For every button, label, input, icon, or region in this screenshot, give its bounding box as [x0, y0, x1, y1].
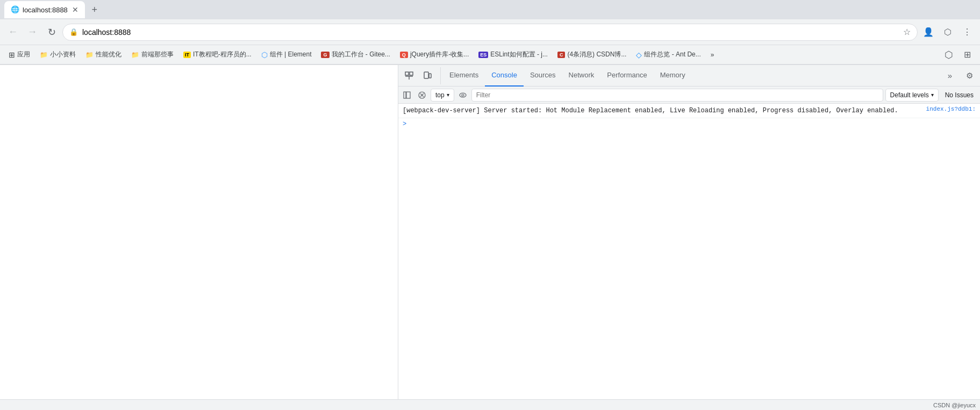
address-input[interactable]	[82, 28, 899, 37]
more-menu-button[interactable]: ⋮	[958, 24, 976, 41]
console-filter-input[interactable]	[471, 89, 883, 102]
tab-console[interactable]: Console	[485, 65, 524, 87]
site-favicon-9: ◇	[636, 51, 642, 59]
bookmark-item-6[interactable]: Q jQuery插件库-收集...	[396, 48, 473, 61]
bookmarks-apps[interactable]: ⊞ 应用	[4, 48, 34, 61]
site-favicon-5: G	[321, 52, 329, 58]
site-favicon-8: C	[557, 52, 566, 58]
svg-rect-5	[406, 92, 410, 98]
bookmarks-more[interactable]: »	[706, 49, 719, 61]
address-bar[interactable]: 🔒 ☆	[62, 24, 918, 41]
bookmark-label-2: 前端那些事	[141, 50, 174, 59]
bookmark-item-9[interactable]: ◇ 组件总览 - Ant De...	[632, 48, 705, 61]
bookmark-item-2[interactable]: 📁 前端那些事	[127, 48, 178, 61]
back-button[interactable]: ←	[4, 24, 22, 41]
console-toolbar: top ▾ Default levels ▾ No Issues	[398, 87, 980, 104]
bookmark-label-6: jQuery插件库-收集...	[410, 50, 469, 59]
star-icon[interactable]: ☆	[903, 27, 911, 37]
bookmark-item-5[interactable]: G 我的工作台 - Gitee...	[317, 48, 394, 61]
tab-title: localhost:8888	[23, 6, 68, 14]
bookmark-label-0: 小小资料	[50, 50, 76, 59]
bookmarks-bar: ⊞ 应用 📁 小小资料 📁 性能优化 📁 前端那些事 IT IT教程吧-程序员的…	[0, 45, 980, 64]
svg-rect-4	[404, 92, 406, 98]
page-content-area	[0, 65, 398, 410]
default-levels-dropdown[interactable]: Default levels ▾	[885, 89, 939, 102]
browser-toolbar: ← → ↻ 🔒 ☆ 👤 ⬡ ⋮	[0, 19, 980, 45]
site-favicon-4: ⬡	[261, 51, 268, 59]
no-issues-indicator: No Issues	[941, 89, 978, 102]
svg-point-7	[460, 93, 466, 97]
device-toolbar-button[interactable]	[419, 67, 436, 84]
issues-label: No Issues	[945, 91, 974, 99]
svg-point-8	[462, 94, 464, 96]
site-favicon-3: IT	[183, 52, 191, 58]
bookmark-label-4: 组件 | Element	[270, 50, 312, 59]
console-message-text-0: [webpack-dev-server] Server started: Hot…	[403, 106, 922, 116]
console-message-0: [webpack-dev-server] Server started: Hot…	[398, 104, 980, 118]
lock-icon: 🔒	[69, 28, 78, 36]
levels-label: Default levels	[890, 91, 929, 99]
console-output-area: [webpack-dev-server] Server started: Hot…	[398, 104, 980, 410]
status-text: CSDN @jieyucx	[933, 402, 976, 408]
site-favicon-6: Q	[400, 52, 408, 58]
folder-icon-1: 📁	[85, 51, 94, 59]
tab-favicon: 🌐	[11, 5, 19, 14]
bookmark-item-0[interactable]: 📁 小小资料	[35, 48, 80, 61]
bookmark-item-7[interactable]: ES ESLint如何配置 - j...	[474, 48, 552, 61]
extensions-button[interactable]: ⬡	[939, 24, 956, 41]
bookmark-item-8[interactable]: C (4条消息) CSDN博...	[553, 48, 631, 61]
console-message-source-0[interactable]: index.js?ddb1:	[926, 106, 976, 112]
devtools-settings-button[interactable]: ⚙	[961, 67, 978, 84]
browser-status-bar: CSDN @jieyucx	[0, 399, 980, 410]
bookmark-label-1: 性能优化	[96, 50, 121, 59]
bookmark-label-9: 组件总览 - Ant De...	[644, 50, 700, 59]
levels-dropdown-arrow: ▾	[931, 92, 934, 98]
apps-grid-icon: ⊞	[9, 51, 15, 59]
bookmark-label-5: 我的工作台 - Gitee...	[332, 50, 390, 59]
toolbar-actions: 👤 ⬡ ⋮	[920, 24, 976, 41]
tab-network[interactable]: Network	[562, 65, 601, 87]
inspect-element-button[interactable]	[400, 67, 418, 84]
extensions-sidebar-button[interactable]: ⬡	[940, 46, 957, 63]
tab-sources[interactable]: Sources	[524, 65, 562, 87]
console-prompt-input[interactable]	[411, 120, 976, 128]
new-tab-button[interactable]: +	[87, 2, 102, 17]
svg-rect-0	[405, 72, 409, 75]
devtools-panel: Elements Console Sources Network Perform…	[398, 65, 980, 410]
folder-icon-0: 📁	[40, 51, 48, 59]
console-prompt-line: >	[398, 118, 980, 130]
prompt-arrow-icon: >	[403, 120, 406, 128]
context-label: top	[435, 91, 445, 99]
folder-icon-2: 📁	[131, 51, 139, 59]
eye-button[interactable]	[456, 89, 469, 102]
apps-label: 应用	[17, 50, 30, 59]
bookmark-item-3[interactable]: IT IT教程吧-程序员的...	[179, 48, 256, 61]
sidebar-toggle-button[interactable]	[400, 89, 413, 102]
new-tab-icon-button[interactable]: ⊞	[958, 46, 976, 63]
tab-performance[interactable]: Performance	[600, 65, 653, 87]
svg-rect-2	[424, 72, 428, 78]
devtools-dock-controls	[400, 67, 441, 84]
bookmark-label-7: ESLint如何配置 - j...	[490, 50, 548, 59]
devtools-tab-bar: Elements Console Sources Network Perform…	[398, 65, 980, 87]
context-dropdown-arrow: ▾	[447, 92, 449, 98]
more-devtools-tabs-button[interactable]: »	[941, 67, 958, 84]
forward-button[interactable]: →	[24, 24, 41, 41]
svg-rect-3	[429, 74, 431, 78]
tab-close-button[interactable]: ✕	[72, 5, 78, 14]
bookmark-label-3: IT教程吧-程序员的...	[193, 50, 252, 59]
tab-bar: 🌐 localhost:8888 ✕ +	[0, 0, 980, 19]
reload-button[interactable]: ↻	[43, 24, 60, 41]
site-favicon-7: ES	[478, 52, 488, 58]
bookmark-item-4[interactable]: ⬡ 组件 | Element	[257, 48, 316, 61]
svg-rect-1	[410, 72, 413, 75]
profile-button[interactable]: 👤	[920, 24, 937, 41]
bookmark-item-1[interactable]: 📁 性能优化	[81, 48, 126, 61]
tab-elements[interactable]: Elements	[443, 65, 485, 87]
active-tab[interactable]: 🌐 localhost:8888 ✕	[4, 1, 85, 18]
clear-console-button[interactable]	[416, 89, 428, 102]
tab-memory[interactable]: Memory	[654, 65, 692, 87]
bookmark-label-8: (4条消息) CSDN博...	[567, 50, 626, 59]
console-context-dropdown[interactable]: top ▾	[431, 89, 454, 102]
